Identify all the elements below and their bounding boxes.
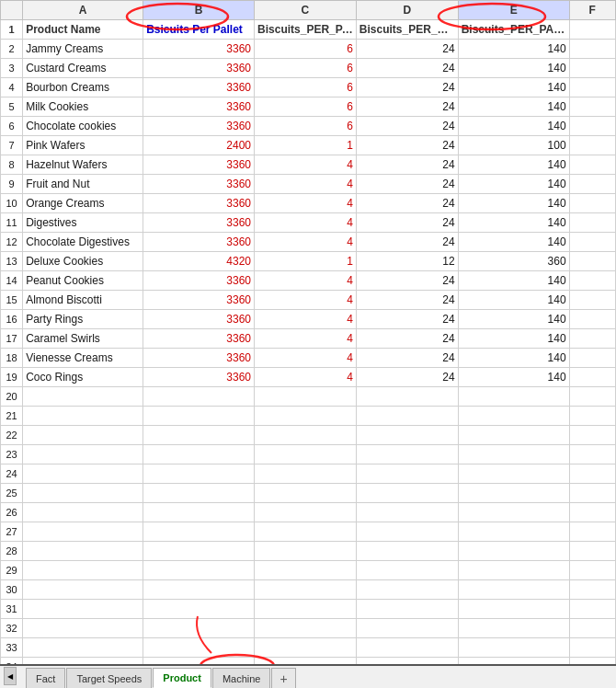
cell-d[interactable]: 24 xyxy=(356,291,458,310)
empty-b[interactable] xyxy=(143,484,255,503)
cell-b[interactable]: 3360 xyxy=(143,78,255,97)
cell-b[interactable]: 3360 xyxy=(143,349,255,368)
cell-name[interactable]: Chocolate cookies xyxy=(23,117,143,136)
empty-e[interactable] xyxy=(458,445,569,464)
cell-d[interactable]: 24 xyxy=(356,233,458,252)
empty-b[interactable] xyxy=(143,638,255,658)
empty-a[interactable] xyxy=(23,387,143,407)
cell-e[interactable]: 140 xyxy=(458,117,569,136)
cell-d[interactable]: 24 xyxy=(356,59,458,78)
cell-e[interactable]: 140 xyxy=(458,349,569,368)
cell-name[interactable]: Deluxe Cookies xyxy=(23,252,143,271)
empty-b[interactable] xyxy=(143,522,255,542)
cell-d[interactable]: 24 xyxy=(356,40,458,59)
empty-b[interactable] xyxy=(143,658,255,665)
cell-c[interactable]: 6 xyxy=(255,97,357,117)
cell-e[interactable]: 140 xyxy=(458,368,569,387)
cell-b[interactable]: 3360 xyxy=(143,97,255,117)
empty-c[interactable] xyxy=(255,580,357,600)
empty-b[interactable] xyxy=(143,600,255,619)
cell-e[interactable]: 140 xyxy=(458,233,569,252)
empty-e[interactable] xyxy=(458,580,569,600)
empty-e[interactable] xyxy=(458,542,569,561)
cell-c[interactable]: 6 xyxy=(255,59,357,78)
cell-b[interactable]: 3360 xyxy=(143,40,255,59)
empty-d[interactable] xyxy=(356,445,458,464)
empty-d[interactable] xyxy=(356,407,458,426)
cell-e[interactable]: 140 xyxy=(458,194,569,213)
cell-c[interactable]: 4 xyxy=(255,271,357,291)
cell-e[interactable]: 140 xyxy=(458,213,569,233)
col-header-c[interactable]: C xyxy=(255,1,357,20)
cell-d[interactable]: 24 xyxy=(356,78,458,97)
col-header-f[interactable]: F xyxy=(569,1,615,20)
cell-e[interactable]: 100 xyxy=(458,136,569,155)
cell-name[interactable]: Chocolate Digestives xyxy=(23,233,143,252)
cell-c[interactable]: 4 xyxy=(255,368,357,387)
empty-d[interactable] xyxy=(356,619,458,638)
empty-b[interactable] xyxy=(143,445,255,464)
tab-product[interactable]: Product xyxy=(153,668,211,688)
tab-target-speeds[interactable]: Target Speeds xyxy=(66,668,152,688)
empty-a[interactable] xyxy=(23,561,143,580)
cell-d[interactable]: 24 xyxy=(356,136,458,155)
cell-name[interactable]: Pink Wafers xyxy=(23,136,143,155)
cell-d[interactable]: 24 xyxy=(356,271,458,291)
cell-name[interactable]: Peanut Cookies xyxy=(23,271,143,291)
cell-c[interactable]: 4 xyxy=(255,291,357,310)
empty-d[interactable] xyxy=(356,522,458,542)
empty-d[interactable] xyxy=(356,387,458,407)
empty-b[interactable] xyxy=(143,387,255,407)
cell-c[interactable]: 4 xyxy=(255,233,357,252)
empty-a[interactable] xyxy=(23,522,143,542)
cell-d[interactable]: 24 xyxy=(356,368,458,387)
empty-d[interactable] xyxy=(356,658,458,665)
empty-e[interactable] xyxy=(458,600,569,619)
empty-a[interactable] xyxy=(23,580,143,600)
empty-b[interactable] xyxy=(143,426,255,445)
cell-name[interactable]: Party Rings xyxy=(23,310,143,329)
cell-c[interactable]: 1 xyxy=(255,136,357,155)
cell-d[interactable]: 24 xyxy=(356,349,458,368)
empty-d[interactable] xyxy=(356,426,458,445)
cell-c[interactable]: 6 xyxy=(255,40,357,59)
cell-b[interactable]: 3360 xyxy=(143,175,255,194)
cell-name[interactable]: Digestives xyxy=(23,213,143,233)
empty-a[interactable] xyxy=(23,619,143,638)
cell-b[interactable]: 3360 xyxy=(143,117,255,136)
cell-b[interactable]: 3360 xyxy=(143,291,255,310)
empty-a[interactable] xyxy=(23,426,143,445)
empty-d[interactable] xyxy=(356,600,458,619)
empty-b[interactable] xyxy=(143,580,255,600)
empty-e[interactable] xyxy=(458,464,569,484)
cell-b[interactable]: 3360 xyxy=(143,59,255,78)
empty-c[interactable] xyxy=(255,484,357,503)
empty-c[interactable] xyxy=(255,638,357,658)
cell-e[interactable]: 140 xyxy=(458,310,569,329)
empty-e[interactable] xyxy=(458,387,569,407)
cell-e[interactable]: 140 xyxy=(458,291,569,310)
empty-b[interactable] xyxy=(143,561,255,580)
cell-c[interactable]: 4 xyxy=(255,194,357,213)
empty-c[interactable] xyxy=(255,445,357,464)
empty-c[interactable] xyxy=(255,658,357,665)
cell-d[interactable]: 24 xyxy=(356,213,458,233)
cell-name[interactable]: Vienesse Creams xyxy=(23,349,143,368)
col-header-b[interactable]: B xyxy=(143,1,255,20)
empty-b[interactable] xyxy=(143,542,255,561)
cell-e[interactable]: 140 xyxy=(458,59,569,78)
empty-b[interactable] xyxy=(143,464,255,484)
empty-c[interactable] xyxy=(255,387,357,407)
empty-e[interactable] xyxy=(458,561,569,580)
empty-c[interactable] xyxy=(255,522,357,542)
empty-e[interactable] xyxy=(458,426,569,445)
cell-name[interactable]: Orange Creams xyxy=(23,194,143,213)
empty-c[interactable] xyxy=(255,407,357,426)
empty-e[interactable] xyxy=(458,658,569,665)
cell-name[interactable]: Hazelnut Wafers xyxy=(23,155,143,175)
cell-c[interactable]: 4 xyxy=(255,175,357,194)
cell-e[interactable]: 140 xyxy=(458,97,569,117)
empty-a[interactable] xyxy=(23,638,143,658)
empty-a[interactable] xyxy=(23,542,143,561)
empty-e[interactable] xyxy=(458,522,569,542)
